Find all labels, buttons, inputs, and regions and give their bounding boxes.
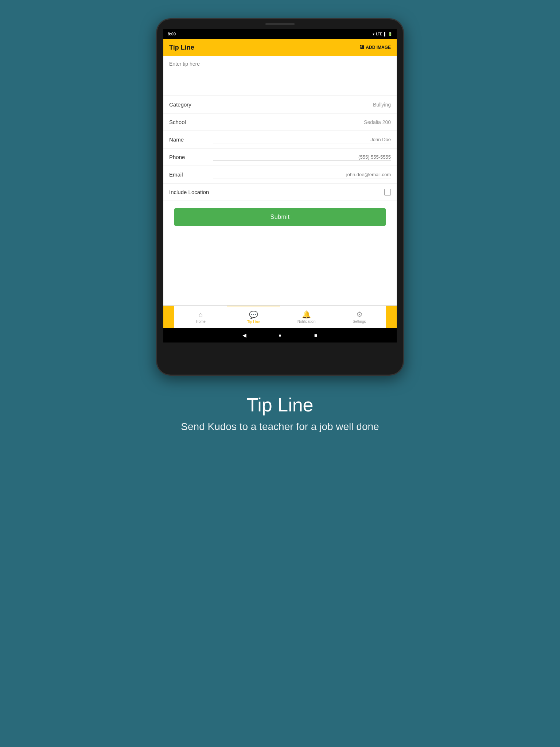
wifi-icon: ▾ — [373, 32, 374, 36]
category-value: Bullying — [213, 102, 391, 108]
image-icon: 🖼 — [360, 45, 364, 50]
school-value: Sedalia 200 — [213, 119, 391, 125]
category-label: Category — [169, 101, 213, 108]
tablet-frame: 8:00 ▾ LTE ▌ 🔋 Tip Line 🖼 ADD IMAGE — [156, 18, 404, 376]
page-title: Tip Line — [181, 394, 379, 416]
name-input[interactable] — [213, 136, 391, 143]
name-row: Name — [163, 131, 397, 148]
form-spacer — [163, 233, 397, 306]
status-time: 8:00 — [168, 32, 176, 36]
nav-item-notification[interactable]: 🔔 Notification — [280, 306, 333, 328]
tipline-icon: 💬 — [249, 310, 258, 319]
email-label: Email — [169, 171, 213, 178]
settings-icon: ⚙ — [356, 310, 363, 319]
home-icon: ⌂ — [198, 310, 203, 319]
below-tablet-section: Tip Line Send Kudos to a teacher for a j… — [181, 394, 379, 433]
name-label: Name — [169, 136, 213, 143]
phone-input[interactable] — [213, 154, 391, 161]
nav-label-settings: Settings — [353, 320, 366, 324]
nav-label-tipline: Tip Line — [247, 320, 260, 324]
category-row[interactable]: Category Bullying — [163, 96, 397, 113]
submit-button[interactable]: Submit — [174, 208, 386, 226]
notification-icon: 🔔 — [302, 310, 311, 319]
nav-item-settings[interactable]: ⚙ Settings — [333, 306, 386, 328]
phone-row: Phone — [163, 148, 397, 166]
page-subtitle: Send Kudos to a teacher for a job well d… — [181, 421, 379, 433]
tablet-top-bar — [157, 19, 403, 26]
back-button[interactable]: ◀ — [241, 332, 248, 338]
app-header-title: Tip Line — [169, 44, 194, 51]
email-row: Email — [163, 166, 397, 183]
app-header: Tip Line 🖼 ADD IMAGE — [163, 39, 397, 56]
nav-side-tab-left — [163, 306, 174, 328]
include-location-label: Include Location — [169, 189, 213, 195]
form-area: Category Bullying School Sedalia 200 Nam… — [163, 56, 397, 306]
bottom-nav: ⌂ Home 💬 Tip Line 🔔 Notification ⚙ Setti… — [163, 305, 397, 328]
nav-item-home[interactable]: ⌂ Home — [174, 306, 227, 328]
include-location-row: Include Location — [163, 183, 397, 201]
school-label: School — [169, 119, 213, 125]
phone-label: Phone — [169, 154, 213, 160]
home-button[interactable]: ● — [277, 332, 283, 338]
tip-textarea[interactable] — [169, 61, 391, 84]
status-bar: 8:00 ▾ LTE ▌ 🔋 — [163, 29, 397, 39]
status-icons: ▾ LTE ▌ 🔋 — [373, 32, 392, 36]
lte-label: LTE — [376, 32, 382, 36]
email-input[interactable] — [213, 171, 391, 178]
school-row[interactable]: School Sedalia 200 — [163, 113, 397, 131]
add-image-button[interactable]: 🖼 ADD IMAGE — [360, 45, 391, 50]
nav-item-tipline[interactable]: 💬 Tip Line — [227, 306, 280, 328]
nav-side-tab-right — [386, 306, 397, 328]
nav-label-notification: Notification — [298, 320, 315, 324]
nav-label-home: Home — [196, 320, 206, 324]
tablet-screen: 8:00 ▾ LTE ▌ 🔋 Tip Line 🖼 ADD IMAGE — [163, 29, 397, 342]
battery-icon: 🔋 — [388, 32, 392, 36]
tip-input-container — [163, 56, 397, 96]
recents-button[interactable]: ■ — [312, 332, 319, 338]
include-location-checkbox[interactable] — [384, 189, 391, 196]
android-nav: ◀ ● ■ — [163, 328, 397, 342]
signal-icon: ▌ — [384, 32, 386, 36]
tablet-speaker — [265, 23, 295, 25]
add-image-label: ADD IMAGE — [366, 45, 391, 50]
submit-button-container: Submit — [163, 201, 397, 233]
